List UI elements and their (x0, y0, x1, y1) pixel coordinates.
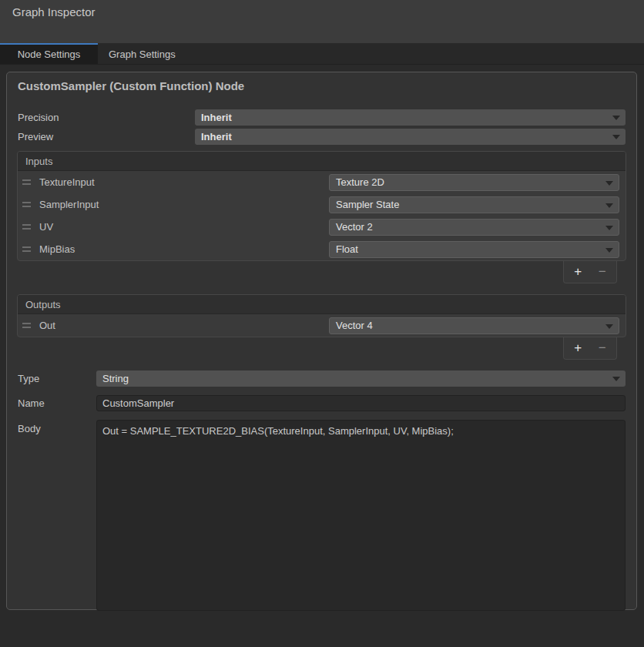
outputs-list-footer: + − (7, 337, 617, 360)
name-label: Name (18, 397, 96, 409)
node-settings-panel: CustomSampler (Custom Function) Node Pre… (6, 72, 637, 610)
input-port-name: SamplerInput (39, 199, 329, 210)
add-output-button[interactable]: + (568, 340, 588, 357)
input-port-type-value: Vector 2 (336, 221, 373, 233)
tab-node-settings-label: Node Settings (18, 49, 81, 60)
type-label: Type (18, 373, 96, 384)
output-port-type-value: Vector 4 (336, 320, 373, 331)
drag-handle-icon[interactable] (22, 246, 31, 252)
type-value: String (102, 373, 129, 384)
outputs-header: Outputs (18, 295, 626, 314)
outputs-footer-box: + − (563, 337, 617, 360)
chevron-down-icon (605, 324, 613, 329)
tab-graph-settings[interactable]: Graph Settings (98, 43, 186, 64)
precision-row: Precision Inherit (18, 109, 626, 126)
tab-node-settings[interactable]: Node Settings (0, 43, 98, 64)
chevron-down-icon (605, 203, 613, 208)
outputs-section: Outputs Out Vector 4 (17, 294, 626, 337)
input-port-type-dropdown[interactable]: Sampler State (329, 196, 619, 213)
drag-handle-icon[interactable] (22, 224, 31, 230)
drag-handle-icon[interactable] (22, 202, 31, 207)
input-port-type-value: Float (336, 243, 358, 255)
input-port-type-value: Sampler State (336, 199, 399, 210)
tab-graph-settings-label: Graph Settings (109, 49, 176, 60)
window-title: Graph Inspector (12, 5, 632, 18)
body-row: Body Out = SAMPLE_TEXTURE2D_BIAS(Texture… (18, 420, 626, 611)
preview-value: Inherit (201, 131, 232, 142)
inputs-footer-box: + − (563, 261, 617, 283)
list-item[interactable]: SamplerInput Sampler State (18, 193, 626, 216)
input-port-type-dropdown[interactable]: Float (329, 241, 619, 258)
type-row: Type String (18, 370, 626, 387)
function-name-input[interactable] (96, 395, 626, 411)
precision-dropdown[interactable]: Inherit (195, 109, 626, 126)
list-item[interactable]: MipBias Float (18, 238, 626, 260)
chevron-down-icon (612, 135, 620, 139)
input-port-name: MipBias (39, 243, 329, 255)
drag-handle-icon[interactable] (22, 323, 31, 328)
chevron-down-icon (612, 116, 620, 120)
list-item[interactable]: UV Vector 2 (18, 216, 626, 238)
add-input-button[interactable]: + (568, 263, 588, 280)
input-port-type-value: Texture 2D (336, 176, 384, 188)
output-port-type-dropdown[interactable]: Vector 4 (329, 317, 619, 334)
remove-output-button[interactable]: − (592, 340, 612, 357)
list-item[interactable]: TextureInput Texture 2D (18, 171, 626, 193)
precision-label: Precision (18, 112, 195, 123)
output-port-name: Out (39, 320, 329, 331)
function-body-input[interactable]: Out = SAMPLE_TEXTURE2D_BIAS(TextureInput… (96, 420, 626, 611)
drag-handle-icon[interactable] (22, 179, 31, 185)
chevron-down-icon (612, 377, 620, 381)
body-label: Body (18, 420, 96, 434)
chevron-down-icon (605, 181, 613, 186)
chevron-down-icon (605, 248, 613, 253)
type-dropdown[interactable]: String (96, 370, 626, 387)
inspector-content: CustomSampler (Custom Function) Node Pre… (0, 65, 644, 646)
input-port-type-dropdown[interactable]: Texture 2D (329, 174, 619, 191)
input-port-name: TextureInput (39, 176, 329, 188)
inputs-section: Inputs TextureInput Texture 2D SamplerIn… (17, 151, 626, 261)
tabbar: Node Settings Graph Settings (0, 43, 644, 65)
preview-dropdown[interactable]: Inherit (195, 129, 626, 145)
inputs-header: Inputs (18, 152, 626, 171)
remove-input-button[interactable]: − (592, 263, 612, 280)
preview-row: Preview Inherit (18, 129, 626, 145)
list-item[interactable]: Out Vector 4 (18, 314, 626, 337)
preview-label: Preview (18, 131, 195, 142)
titlebar: Graph Inspector (0, 0, 644, 43)
panel-title: CustomSampler (Custom Function) Node (7, 72, 636, 109)
chevron-down-icon (605, 226, 613, 230)
input-port-name: UV (39, 221, 329, 233)
name-row: Name (18, 395, 626, 411)
input-port-type-dropdown[interactable]: Vector 2 (329, 219, 619, 236)
inputs-list-footer: + − (7, 261, 617, 284)
precision-value: Inherit (201, 112, 232, 123)
